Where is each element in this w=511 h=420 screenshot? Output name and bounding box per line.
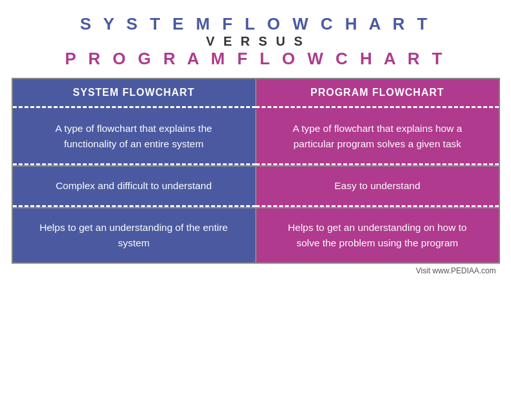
program-title: P R O G R A M F L O W C H A R T xyxy=(0,49,511,69)
program-cell-3: Helps to get an understanding on how to … xyxy=(256,208,499,262)
comparison-table: SYSTEM FLOWCHART PROGRAM FLOWCHART A typ… xyxy=(12,78,500,264)
system-cell-3: Helps to get an understanding of the ent… xyxy=(13,208,256,262)
table-row: A type of flowchart that explains the fu… xyxy=(13,109,499,163)
footer: Visit www.PEDIAA.com xyxy=(12,264,500,277)
footer-text: Visit www.PEDIAA.com xyxy=(416,266,496,275)
column-headers: SYSTEM FLOWCHART PROGRAM FLOWCHART xyxy=(13,79,499,106)
program-column-header: PROGRAM FLOWCHART xyxy=(256,79,499,106)
system-column-header: SYSTEM FLOWCHART xyxy=(13,79,256,106)
program-cell-2: Easy to understand xyxy=(256,167,499,205)
table-row: Complex and difficult to understand Easy… xyxy=(13,167,499,205)
page-header: S Y S T E M F L O W C H A R T V E R S U … xyxy=(0,0,511,78)
table-row: Helps to get an understanding of the ent… xyxy=(13,208,499,262)
versus-label: V E R S U S xyxy=(0,34,511,49)
system-title: S Y S T E M F L O W C H A R T xyxy=(0,14,511,34)
program-cell-1: A type of flowchart that explains how a … xyxy=(256,109,499,163)
system-cell-1: A type of flowchart that explains the fu… xyxy=(13,109,256,163)
system-cell-2: Complex and difficult to understand xyxy=(13,167,256,205)
